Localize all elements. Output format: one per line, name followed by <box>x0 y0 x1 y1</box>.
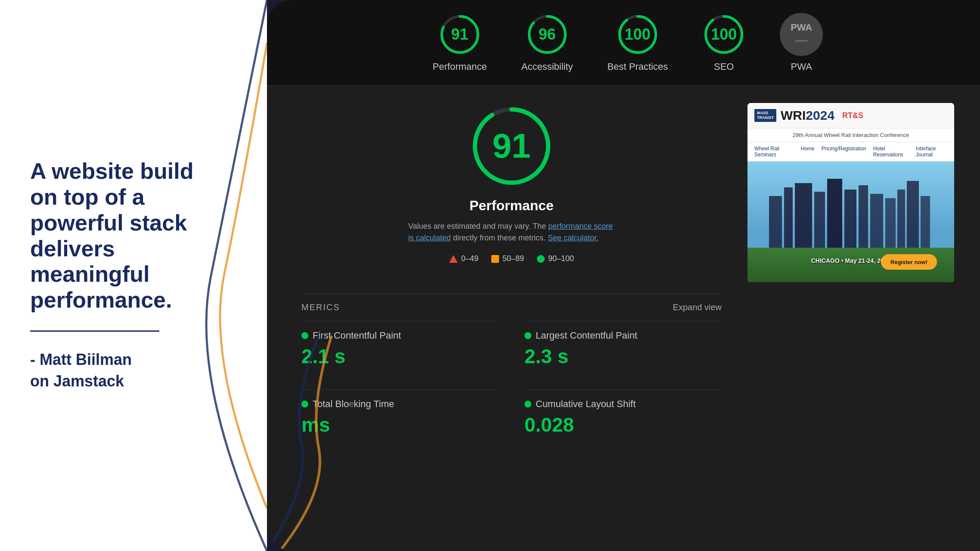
divider <box>30 330 159 332</box>
nav-seminars[interactable]: Wheel Rail Seminars <box>754 146 794 158</box>
metric-lcp-value: 2.3 s <box>524 345 722 368</box>
screenshot-logo: MASS TRANSIT WRI2024 RT&S <box>754 108 863 123</box>
screenshot-subtitle: 29th Annual Wheel Rail Interaction Confe… <box>747 128 954 142</box>
legend-item-mid: 50–89 <box>491 254 524 263</box>
score-value-accessibility: 96 <box>539 25 556 44</box>
attribution-line2: on Jamstack <box>30 370 241 392</box>
right-panel: 91 Performance 96 Accessibility <box>267 0 980 551</box>
metric-lcp: Largest Contentful Paint 2.3 s <box>524 321 722 377</box>
rts-brand: RT&S <box>842 111 863 120</box>
big-performance-circle: 91 <box>468 103 555 189</box>
legend-range-mid: 50–89 <box>502 254 524 263</box>
right-content: MASS TRANSIT WRI2024 RT&S 29th Annual Wh… <box>747 103 954 551</box>
expand-button[interactable]: Expand view <box>673 302 722 312</box>
metric-tbt-dot <box>301 401 308 408</box>
metric-lcp-dot <box>524 332 531 339</box>
svg-text:CHICAGO • May 21-24, 2024: CHICAGO • May 21-24, 2024 <box>811 257 891 264</box>
score-item-accessibility: 96 Accessibility <box>521 13 573 72</box>
metric-cls: Cumulative Layout Shift 0.028 <box>524 389 722 445</box>
svg-rect-21 <box>897 190 905 248</box>
screenshot-header: MASS TRANSIT WRI2024 RT&S <box>747 103 954 128</box>
scores-bar: 91 Performance 96 Accessibility <box>267 0 980 86</box>
metric-fcp-dot <box>301 332 308 339</box>
svg-rect-14 <box>795 183 812 248</box>
legend-item-low: 0–49 <box>449 254 478 263</box>
screenshot-nav: Wheel Rail Seminars Home Pricing/Registr… <box>747 142 954 162</box>
metrics-title: MERICS <box>301 302 340 312</box>
main-content-area: 91 Performance Values are estimated and … <box>267 86 980 551</box>
score-item-best-practices: 100 Best Practices <box>608 13 668 72</box>
metrics-header: MERICS Expand view <box>301 293 722 312</box>
score-circle-best-practices: 100 <box>616 13 659 56</box>
score-value-seo: 100 <box>711 25 737 44</box>
score-circle-accessibility: 96 <box>526 13 569 56</box>
score-circle-performance: 91 <box>438 13 481 56</box>
score-label-pwa: PWA <box>791 61 812 72</box>
metric-tbt-value: ms <box>301 413 499 436</box>
legend: 0–49 50–89 90–100 <box>449 254 574 263</box>
metric-fcp-value: 2.1 s <box>301 345 499 368</box>
left-panel: A website build on top of a powerful sta… <box>0 0 267 551</box>
perf-desc-text: Values are estimated and may vary. The <box>408 222 546 230</box>
svg-rect-23 <box>921 196 930 248</box>
nav-journal[interactable]: Interface Journal <box>916 146 947 158</box>
score-label-best-practices: Best Practices <box>608 61 668 72</box>
performance-title: Performance <box>469 198 554 214</box>
score-label-performance: Performance <box>433 61 487 72</box>
legend-circle-icon <box>537 255 545 263</box>
score-label-seo: SEO <box>714 61 734 72</box>
svg-rect-13 <box>784 187 793 248</box>
svg-rect-15 <box>814 192 825 248</box>
city-skyline-svg: CHICAGO • May 21-24, 2024 Register now! <box>747 162 954 282</box>
nav-pricing[interactable]: Pricing/Registration <box>822 146 866 158</box>
nav-home[interactable]: Home <box>801 146 815 158</box>
svg-rect-12 <box>769 196 782 248</box>
svg-rect-20 <box>885 198 896 248</box>
svg-rect-22 <box>907 181 919 248</box>
score-value-best-practices: 100 <box>625 25 651 44</box>
performance-section: 91 Performance Values are estimated and … <box>301 103 722 280</box>
score-label-accessibility: Accessibility <box>521 61 573 72</box>
mass-transit-logo: MASS TRANSIT <box>754 109 776 122</box>
legend-range-high: 90–100 <box>548 254 574 263</box>
svg-rect-17 <box>844 190 856 248</box>
legend-triangle-icon <box>449 255 458 263</box>
metric-cls-name: Cumulative Layout Shift <box>524 398 722 410</box>
metric-cls-value: 0.028 <box>524 413 722 436</box>
metric-tbt-name: Total Blocking Time <box>301 398 499 410</box>
wri-brand: WRI2024 <box>781 108 834 123</box>
calculator-link[interactable]: See calculator. <box>548 233 599 242</box>
score-item-performance: 91 Performance <box>433 13 487 72</box>
left-content: 91 Performance Values are estimated and … <box>301 103 722 551</box>
metrics-section: MERICS Expand view First Contentful Pain… <box>301 293 722 445</box>
legend-item-high: 90–100 <box>537 254 574 263</box>
legend-range-low: 0–49 <box>461 254 478 263</box>
svg-rect-19 <box>870 194 883 248</box>
svg-text:Register now!: Register now! <box>890 259 927 265</box>
metrics-grid: First Contentful Paint 2.1 s Largest Con… <box>301 321 722 445</box>
legend-square-icon <box>491 255 499 263</box>
performance-description: Values are estimated and may vary. The p… <box>408 221 615 244</box>
main-quote: A website build on top of a powerful sta… <box>30 159 220 313</box>
score-circle-seo: 100 <box>702 13 745 56</box>
pwa-label: PWA <box>791 22 812 33</box>
metric-lcp-name: Largest Contentful Paint <box>524 330 722 341</box>
big-score-value: 91 <box>493 126 531 166</box>
svg-rect-18 <box>859 185 868 248</box>
nav-hotel[interactable]: Hotel Reservations <box>873 146 909 158</box>
metric-tbt: Total Blocking Time ms <box>301 389 499 445</box>
attribution: - Matt Biilman on Jamstack <box>30 349 241 392</box>
metric-fcp-name: First Contentful Paint <box>301 330 499 341</box>
svg-rect-16 <box>827 179 842 248</box>
metric-fcp: First Contentful Paint 2.1 s <box>301 321 499 377</box>
website-screenshot: MASS TRANSIT WRI2024 RT&S 29th Annual Wh… <box>747 103 954 282</box>
pwa-circle: PWA — <box>780 13 823 56</box>
screenshot-image-area: CHICAGO • May 21-24, 2024 Register now! <box>747 162 954 282</box>
attribution-line1: - Matt Biilman <box>30 349 241 370</box>
score-item-pwa: PWA — PWA <box>780 13 823 72</box>
score-item-seo: 100 SEO <box>702 13 745 72</box>
metric-cls-dot <box>524 401 531 408</box>
score-value-performance: 91 <box>451 25 468 44</box>
pwa-symbol: — <box>791 33 812 47</box>
